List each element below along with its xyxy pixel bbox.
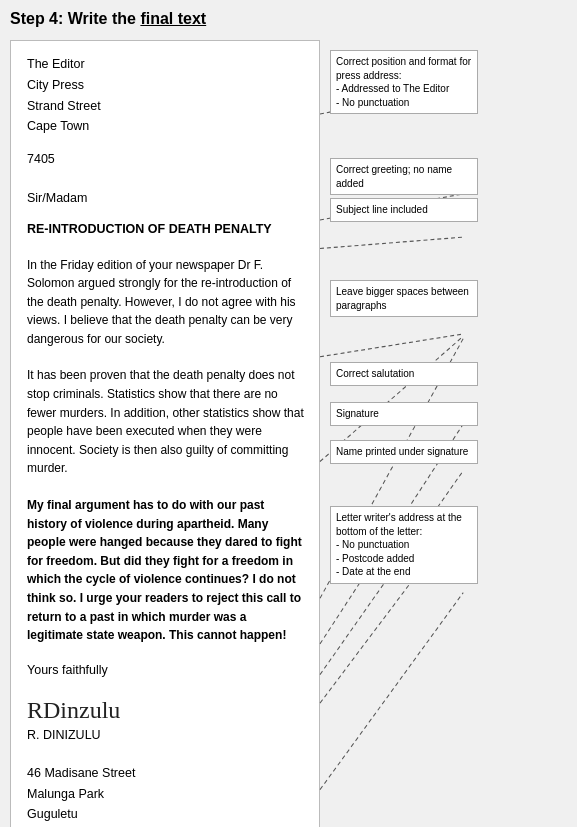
annotation-name-printed: Name printed under signature <box>330 440 478 464</box>
page-title: Step 4: Write the final text <box>10 10 567 28</box>
letter-addressee: The Editor <box>27 55 305 74</box>
annotation-spacing: Leave bigger spaces between paragraphs <box>330 280 478 317</box>
letter-company: City Press <box>27 76 305 95</box>
letter-writer-city: Guguletu <box>27 805 305 824</box>
letter-signature: RDinzulu <box>27 697 305 724</box>
letter-name: R. DINIZULU <box>27 728 305 742</box>
annotation-address: Correct position and format for press ad… <box>330 50 478 114</box>
annotation-subject: Subject line included <box>330 198 478 222</box>
letter-greeting: Sir/Madam <box>27 189 305 208</box>
letter-street: Strand Street <box>27 97 305 116</box>
svg-line-2 <box>320 237 463 248</box>
annotation-greeting: Correct greeting; no name added <box>330 158 478 195</box>
letter-subject: RE-INTRODUCTION OF DEATH PENALTY <box>27 222 305 236</box>
annotation-writer-address: Letter writer's address at the bottom of… <box>330 506 478 584</box>
letter-postcode: 7405 <box>27 150 305 169</box>
annotation-signature: Signature <box>330 402 478 426</box>
letter-para3: My final argument has to do with our pas… <box>27 496 305 645</box>
letter-writer-suburb: Malunga Park <box>27 785 305 804</box>
letter-writer-street: 46 Madisane Street <box>27 764 305 783</box>
svg-line-3 <box>320 334 463 357</box>
letter-para1: In the Friday edition of your newspaper … <box>27 256 305 349</box>
svg-line-9 <box>320 593 463 790</box>
letter-city: Cape Town <box>27 117 305 136</box>
annotation-salutation: Correct salutation <box>330 362 478 386</box>
letter-salutation: Yours faithfully <box>27 663 305 677</box>
letter-wrapper: ✳ The Editor City Press Strand Street Ca… <box>10 40 320 827</box>
letter-box: The Editor City Press Strand Street Cape… <box>10 40 320 827</box>
letter-para2: It has been proven that the death penalt… <box>27 366 305 478</box>
